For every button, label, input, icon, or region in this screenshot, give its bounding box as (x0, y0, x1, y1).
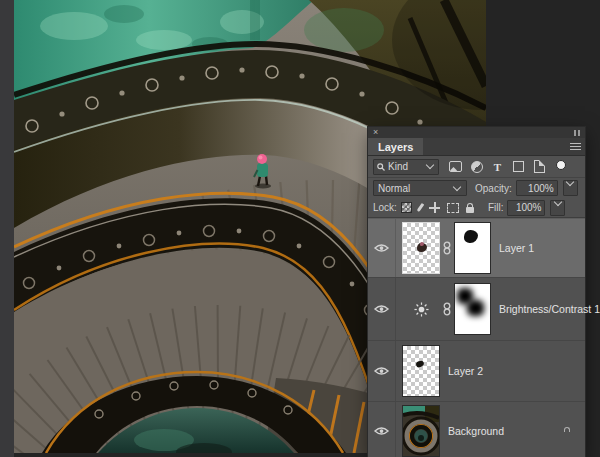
adjustment-mask-thumbnail[interactable] (454, 283, 491, 335)
eye-icon (374, 304, 389, 314)
layer-thumbnail[interactable] (402, 345, 440, 397)
filter-kind-label: Kind (388, 161, 408, 172)
panel-titlebar: × (368, 127, 585, 138)
panel-tabbar: Layers (368, 138, 585, 156)
eye-icon (374, 426, 389, 436)
eye-icon (374, 243, 389, 253)
smart-object-filter-icon[interactable] (533, 161, 546, 173)
link-icon[interactable] (443, 302, 451, 316)
opacity-input[interactable]: 100% (516, 180, 558, 196)
opacity-label: Opacity: (475, 183, 512, 194)
chevron-down-icon (426, 161, 434, 169)
search-icon (377, 163, 385, 171)
layer-name: Brightness/Contrast 1 (499, 303, 600, 315)
opacity-slider-button[interactable] (563, 180, 578, 196)
blend-row: Normal Opacity: 100% (368, 178, 585, 198)
visibility-toggle[interactable] (368, 219, 396, 277)
chevron-down-icon (453, 182, 461, 190)
filter-row: Kind T (368, 156, 585, 178)
fill-input[interactable]: 100% (507, 200, 545, 216)
layer-row-background[interactable]: Background (368, 402, 585, 457)
blend-mode-value: Normal (378, 183, 410, 194)
photoshop-workspace: { "workspace": { "pasteboard_left_color"… (0, 0, 600, 457)
blend-mode-dropdown[interactable]: Normal (373, 180, 467, 196)
filter-toggle-icon[interactable] (554, 159, 567, 171)
tab-layers[interactable]: Layers (368, 138, 423, 155)
layer-row-layer2[interactable]: Layer 2 (368, 341, 585, 402)
layer-list: Layer 1 (368, 218, 585, 457)
layer-mask-thumbnail[interactable] (454, 222, 491, 274)
layer-thumbnail[interactable] (402, 222, 440, 274)
brush-lock-icon[interactable] (417, 203, 425, 212)
visibility-toggle[interactable] (368, 402, 396, 457)
pixel-layer-filter-icon[interactable] (449, 161, 462, 173)
adjustment-layer-filter-icon[interactable] (470, 161, 483, 173)
lock-row: Lock: Fill: 100% (368, 198, 585, 218)
visibility-toggle[interactable] (368, 341, 396, 401)
collapse-icon[interactable] (574, 130, 580, 136)
background-thumbnail[interactable] (402, 405, 440, 457)
fill-label: Fill: (488, 202, 504, 213)
background-thumbnail-image (403, 406, 439, 456)
artboard-lock-icon[interactable] (447, 203, 459, 213)
lock-label: Lock: (373, 202, 397, 213)
brightness-contrast-icon (414, 302, 429, 317)
layer-row-brightness-contrast[interactable]: Brightness/Contrast 1 (368, 278, 585, 341)
layer-filter-dropdown[interactable]: Kind (373, 159, 439, 175)
lock-all-icon[interactable] (466, 207, 474, 213)
fill-slider-button[interactable] (550, 200, 565, 216)
type-layer-filter-icon[interactable]: T (491, 161, 504, 173)
eye-icon (374, 366, 389, 376)
visibility-toggle[interactable] (368, 278, 396, 340)
close-icon[interactable]: × (373, 128, 378, 137)
layer-row-layer1[interactable]: Layer 1 (368, 219, 585, 278)
panel-menu-icon[interactable] (565, 138, 585, 155)
move-lock-icon[interactable] (429, 202, 440, 213)
pasteboard-left-strip (0, 0, 14, 457)
link-icon[interactable] (443, 241, 451, 255)
shape-layer-filter-icon[interactable] (512, 161, 525, 173)
transparency-lock-icon[interactable] (401, 202, 412, 213)
layer-name: Layer 1 (499, 242, 534, 254)
layer-name: Layer 2 (448, 365, 483, 377)
layers-panel: × Layers Kind T Normal (368, 127, 585, 457)
layer-name: Background (448, 425, 504, 437)
